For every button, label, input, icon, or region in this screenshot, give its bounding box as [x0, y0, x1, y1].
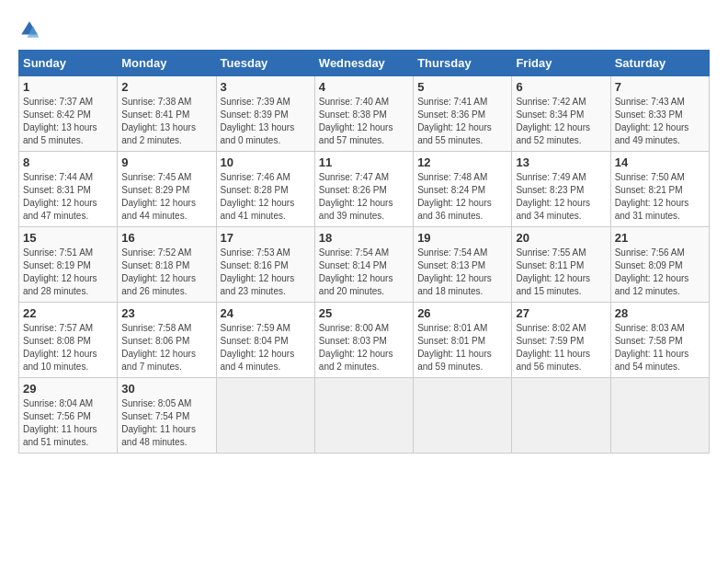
cell-content: Sunrise: 7:54 AMSunset: 8:13 PMDaylight:… — [417, 247, 507, 298]
daylight-text: Daylight: 12 hours and 44 minutes. — [121, 198, 196, 221]
sunset-text: Sunset: 8:28 PM — [221, 185, 289, 195]
calendar-cell: 19Sunrise: 7:54 AMSunset: 8:13 PMDayligh… — [414, 227, 512, 303]
sunrise-text: Sunrise: 7:57 AM — [23, 323, 93, 333]
sunrise-text: Sunrise: 7:58 AM — [121, 323, 191, 333]
sunrise-text: Sunrise: 7:42 AM — [516, 97, 586, 107]
day-number: 19 — [417, 231, 507, 245]
daylight-text: Daylight: 12 hours and 26 minutes. — [121, 273, 196, 296]
sunset-text: Sunset: 8:06 PM — [121, 336, 189, 346]
sunrise-text: Sunrise: 7:50 AM — [615, 172, 685, 182]
sunset-text: Sunset: 8:16 PM — [221, 260, 289, 270]
sunrise-text: Sunrise: 7:39 AM — [221, 97, 290, 107]
calendar-cell: 14Sunrise: 7:50 AMSunset: 8:21 PMDayligh… — [610, 152, 709, 227]
sunset-text: Sunset: 7:59 PM — [516, 336, 584, 346]
calendar-cell: 25Sunrise: 8:00 AMSunset: 8:03 PMDayligh… — [314, 303, 413, 378]
daylight-text: Daylight: 13 hours and 5 minutes. — [23, 122, 97, 145]
sunrise-text: Sunrise: 7:54 AM — [319, 247, 389, 258]
sunrise-text: Sunrise: 8:00 AM — [319, 323, 389, 333]
sunset-text: Sunset: 8:04 PM — [221, 336, 289, 346]
cell-content: Sunrise: 7:38 AMSunset: 8:41 PMDaylight:… — [121, 96, 211, 147]
sunrise-text: Sunrise: 8:05 AM — [121, 398, 191, 408]
day-number: 7 — [615, 80, 705, 94]
cell-content: Sunrise: 8:01 AMSunset: 8:01 PMDaylight:… — [417, 322, 507, 373]
sunset-text: Sunset: 8:34 PM — [516, 109, 584, 120]
calendar-cell: 16Sunrise: 7:52 AMSunset: 8:18 PMDayligh… — [118, 227, 216, 303]
sunset-text: Sunset: 8:08 PM — [23, 336, 91, 346]
calendar-cell: 12Sunrise: 7:48 AMSunset: 8:24 PMDayligh… — [414, 152, 512, 227]
header-cell-friday: Friday — [512, 51, 610, 76]
daylight-text: Daylight: 12 hours and 2 minutes. — [319, 349, 393, 372]
calendar-cell — [414, 378, 512, 454]
sunrise-text: Sunrise: 7:37 AM — [23, 97, 93, 107]
cell-content: Sunrise: 7:58 AMSunset: 8:06 PMDaylight:… — [121, 322, 211, 373]
day-number: 2 — [121, 80, 211, 94]
daylight-text: Daylight: 12 hours and 34 minutes. — [516, 198, 590, 221]
daylight-text: Daylight: 11 hours and 56 minutes. — [516, 349, 590, 372]
daylight-text: Daylight: 11 hours and 54 minutes. — [615, 349, 689, 372]
sunrise-text: Sunrise: 7:44 AM — [23, 172, 93, 182]
day-number: 11 — [319, 155, 409, 169]
day-number: 9 — [121, 155, 211, 169]
daylight-text: Daylight: 11 hours and 51 minutes. — [23, 424, 97, 447]
sunrise-text: Sunrise: 7:49 AM — [516, 172, 586, 182]
day-number: 1 — [23, 80, 113, 94]
day-number: 27 — [516, 306, 606, 320]
daylight-text: Daylight: 12 hours and 41 minutes. — [221, 198, 295, 221]
sunrise-text: Sunrise: 7:48 AM — [417, 172, 487, 182]
cell-content: Sunrise: 7:39 AMSunset: 8:39 PMDaylight:… — [221, 96, 311, 147]
cell-content: Sunrise: 7:37 AMSunset: 8:42 PMDaylight:… — [23, 96, 113, 147]
sunset-text: Sunset: 8:33 PM — [615, 109, 683, 120]
sunrise-text: Sunrise: 7:41 AM — [417, 97, 487, 107]
cell-content: Sunrise: 7:46 AMSunset: 8:28 PMDaylight:… — [221, 171, 311, 223]
cell-content: Sunrise: 7:47 AMSunset: 8:26 PMDaylight:… — [319, 171, 409, 223]
sunrise-text: Sunrise: 7:53 AM — [221, 247, 290, 258]
calendar-cell: 6Sunrise: 7:42 AMSunset: 8:34 PMDaylight… — [512, 76, 610, 152]
cell-content: Sunrise: 7:49 AMSunset: 8:23 PMDaylight:… — [516, 171, 606, 223]
day-number: 18 — [319, 231, 409, 245]
header-row: SundayMondayTuesdayWednesdayThursdayFrid… — [19, 51, 710, 76]
cell-content: Sunrise: 7:53 AMSunset: 8:16 PMDaylight:… — [221, 247, 311, 298]
cell-content: Sunrise: 7:44 AMSunset: 8:31 PMDaylight:… — [23, 171, 113, 223]
daylight-text: Daylight: 12 hours and 23 minutes. — [221, 273, 295, 296]
day-number: 15 — [23, 231, 113, 245]
cell-content: Sunrise: 7:40 AMSunset: 8:38 PMDaylight:… — [319, 96, 409, 147]
calendar-cell: 5Sunrise: 7:41 AMSunset: 8:36 PMDaylight… — [414, 76, 512, 152]
header-cell-thursday: Thursday — [414, 51, 512, 76]
calendar-cell: 3Sunrise: 7:39 AMSunset: 8:39 PMDaylight… — [216, 76, 314, 152]
logo — [18, 18, 44, 40]
calendar-cell: 24Sunrise: 7:59 AMSunset: 8:04 PMDayligh… — [216, 303, 314, 378]
sunrise-text: Sunrise: 7:47 AM — [319, 172, 389, 182]
calendar-cell: 18Sunrise: 7:54 AMSunset: 8:14 PMDayligh… — [314, 227, 413, 303]
cell-content: Sunrise: 7:41 AMSunset: 8:36 PMDaylight:… — [417, 96, 507, 147]
day-number: 23 — [121, 306, 211, 320]
daylight-text: Daylight: 12 hours and 52 minutes. — [516, 122, 590, 145]
calendar-row: 15Sunrise: 7:51 AMSunset: 8:19 PMDayligh… — [19, 227, 710, 303]
daylight-text: Daylight: 12 hours and 15 minutes. — [516, 273, 590, 296]
logo-icon — [18, 18, 40, 40]
header-cell-sunday: Sunday — [19, 51, 118, 76]
calendar-row: 29Sunrise: 8:04 AMSunset: 7:56 PMDayligh… — [19, 378, 710, 454]
day-number: 8 — [23, 155, 113, 169]
sunrise-text: Sunrise: 7:56 AM — [615, 247, 685, 258]
cell-content: Sunrise: 8:04 AMSunset: 7:56 PMDaylight:… — [23, 397, 113, 449]
cell-content: Sunrise: 8:00 AMSunset: 8:03 PMDaylight:… — [319, 322, 409, 373]
daylight-text: Daylight: 12 hours and 49 minutes. — [615, 122, 689, 145]
day-number: 6 — [516, 80, 606, 94]
sunset-text: Sunset: 8:03 PM — [319, 336, 387, 346]
sunset-text: Sunset: 8:26 PM — [319, 185, 387, 195]
sunset-text: Sunset: 8:29 PM — [121, 185, 189, 195]
sunrise-text: Sunrise: 7:45 AM — [121, 172, 191, 182]
calendar-cell: 1Sunrise: 7:37 AMSunset: 8:42 PMDaylight… — [19, 76, 118, 152]
sunrise-text: Sunrise: 7:46 AM — [221, 172, 290, 182]
cell-content: Sunrise: 7:54 AMSunset: 8:14 PMDaylight:… — [319, 247, 409, 298]
sunrise-text: Sunrise: 7:59 AM — [221, 323, 290, 333]
sunset-text: Sunset: 8:19 PM — [23, 260, 91, 270]
day-number: 28 — [615, 306, 705, 320]
sunset-text: Sunset: 8:21 PM — [615, 185, 683, 195]
sunset-text: Sunset: 7:54 PM — [121, 411, 189, 421]
sunrise-text: Sunrise: 8:01 AM — [417, 323, 487, 333]
daylight-text: Daylight: 12 hours and 31 minutes. — [615, 198, 689, 221]
sunrise-text: Sunrise: 8:04 AM — [23, 398, 93, 408]
daylight-text: Daylight: 12 hours and 57 minutes. — [319, 122, 393, 145]
cell-content: Sunrise: 7:51 AMSunset: 8:19 PMDaylight:… — [23, 247, 113, 298]
